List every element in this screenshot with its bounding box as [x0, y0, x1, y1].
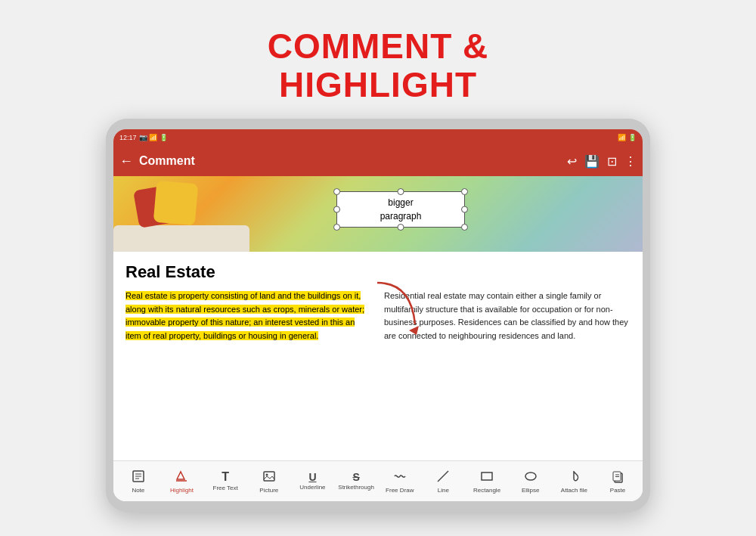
annotation-text: bigger paragraph [380, 197, 422, 222]
strikethrough-label: Strikethrough [338, 484, 374, 491]
more-icon[interactable]: ⋮ [624, 154, 637, 169]
annotation-container[interactable]: bigger paragraph [336, 191, 465, 228]
tablet-screen: 12:17 📷 📶 🔋 📶 🔋 ← Comment ↩ 💾 ⊡ ⋮ [113, 129, 643, 501]
highlighted-text: Real estate is property consisting of la… [125, 291, 364, 340]
free-text-label: Free Text [213, 485, 238, 491]
status-icons: 📷 📶 🔋 [139, 134, 168, 141]
page-title: COMMENT & HIGHLIGHT [268, 27, 489, 104]
handle-tr [461, 188, 468, 195]
line-label: Line [438, 487, 449, 494]
yellow-cushion [153, 181, 199, 226]
handle-ml [333, 206, 340, 213]
undo-icon[interactable]: ↩ [567, 154, 577, 169]
free-text-icon: T [222, 471, 229, 483]
highlight-icon [175, 469, 188, 485]
handle-br [461, 224, 468, 231]
document-heading: Real Estate [125, 262, 631, 282]
paste-icon [611, 469, 624, 485]
toolbar-line[interactable]: Line [423, 469, 463, 494]
toolbar-strikethrough[interactable]: S Strikethrough [336, 472, 376, 491]
status-time: 12:17 [119, 134, 137, 141]
rectangle-icon [480, 469, 494, 485]
status-bar: 12:17 📷 📶 🔋 📶 🔋 [113, 129, 643, 146]
highlight-label: Highlight [170, 487, 194, 494]
note-icon [132, 469, 145, 485]
toolbar-free-text[interactable]: T Free Text [206, 471, 245, 491]
app-bar: ← Comment ↩ 💾 ⊡ ⋮ [113, 146, 643, 176]
free-draw-icon [393, 469, 407, 485]
signal-icons: 📶 🔋 [618, 134, 637, 141]
app-bar-title: Comment [139, 154, 561, 168]
toolbar-note[interactable]: Note [119, 469, 158, 494]
toolbar-paste[interactable]: Paste [598, 469, 637, 494]
share-icon[interactable]: ⊡ [607, 154, 617, 169]
toolbar-free-draw[interactable]: Free Draw [380, 469, 420, 494]
strikethrough-icon: S [352, 472, 359, 482]
hero-image: bigger paragraph [113, 176, 643, 252]
ellipse-icon [524, 469, 538, 485]
toolbar-ellipse[interactable]: Ellipse [511, 469, 550, 494]
toolbar-highlight[interactable]: Highlight [162, 469, 201, 494]
status-bar-right: 📶 🔋 [618, 134, 637, 141]
handle-bm [398, 224, 404, 231]
status-bar-left: 12:17 📷 📶 🔋 [119, 134, 168, 141]
svg-line-8 [438, 471, 448, 482]
bottom-toolbar: Note Highlight T Free Text Picture U U [113, 460, 643, 501]
free-draw-label: Free Draw [386, 487, 414, 494]
toolbar-rectangle[interactable]: Rectangle [467, 469, 507, 494]
line-icon [436, 469, 450, 485]
note-label: Note [132, 487, 144, 494]
document-content: Real Estate Real estate is property cons… [113, 252, 643, 460]
toolbar-attach-file[interactable]: Attach file [554, 469, 593, 494]
picture-label: Picture [259, 487, 278, 494]
attach-file-label: Attach file [561, 487, 587, 494]
svg-rect-9 [482, 472, 492, 480]
annotation-line2: paragraph [380, 211, 422, 222]
toolbar-picture[interactable]: Picture [249, 469, 289, 494]
back-button[interactable]: ← [119, 153, 133, 169]
svg-point-10 [525, 472, 536, 480]
rectangle-label: Rectangle [473, 487, 500, 494]
sofa-decor [113, 225, 249, 252]
underline-icon: U [308, 472, 316, 482]
toolbar-underline[interactable]: U Underline [293, 472, 332, 491]
annotation-box[interactable]: bigger paragraph [336, 191, 465, 228]
content-columns: Real estate is property consisting of la… [125, 290, 631, 342]
picture-icon [262, 469, 276, 485]
ellipse-label: Ellipse [522, 487, 540, 494]
svg-rect-6 [264, 472, 274, 481]
annotation-line1: bigger [388, 197, 413, 208]
handle-tm [398, 188, 404, 195]
paste-label: Paste [610, 487, 625, 494]
handle-bl [333, 224, 340, 231]
title-line1: COMMENT & [268, 27, 489, 66]
app-bar-icons: ↩ 💾 ⊡ ⋮ [567, 154, 637, 169]
right-column: Residential real estate may contain eith… [384, 290, 631, 342]
attach-file-icon [567, 469, 581, 485]
title-line2: HIGHLIGHT [268, 66, 489, 104]
tablet-device: 12:17 📷 📶 🔋 📶 🔋 ← Comment ↩ 💾 ⊡ ⋮ [106, 119, 650, 512]
save-icon[interactable]: 💾 [584, 154, 600, 169]
handle-tl [333, 188, 340, 195]
svg-point-7 [265, 473, 268, 476]
handle-mr [461, 206, 468, 213]
left-column: Real estate is property consisting of la… [125, 290, 372, 342]
underline-label: Underline [299, 484, 325, 491]
